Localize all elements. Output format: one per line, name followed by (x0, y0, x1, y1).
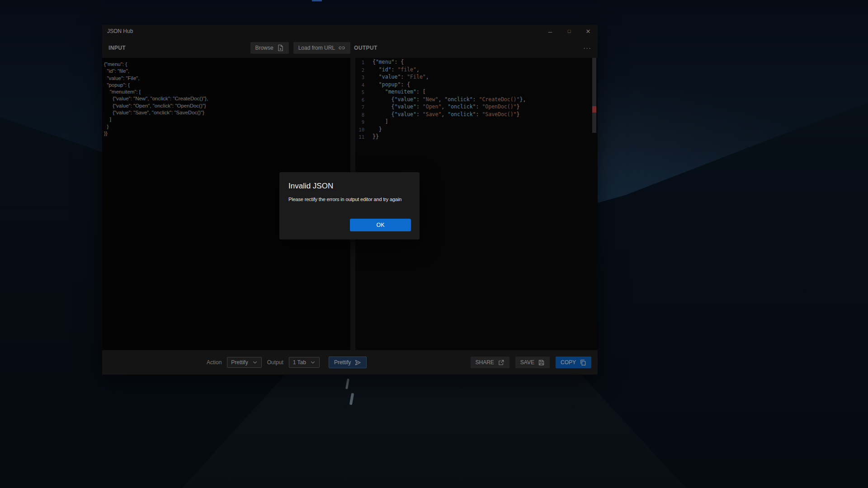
dialog-message: Please rectify the errors in output edit… (288, 197, 410, 202)
ok-button[interactable]: OK (350, 219, 411, 231)
desktop: JSON Hub – □ ✕ INPUT Browse (0, 0, 868, 488)
modal-overlay (0, 0, 868, 488)
invalid-json-dialog: Invalid JSON Please rectify the errors i… (279, 172, 420, 239)
dialog-title: Invalid JSON (288, 182, 410, 191)
